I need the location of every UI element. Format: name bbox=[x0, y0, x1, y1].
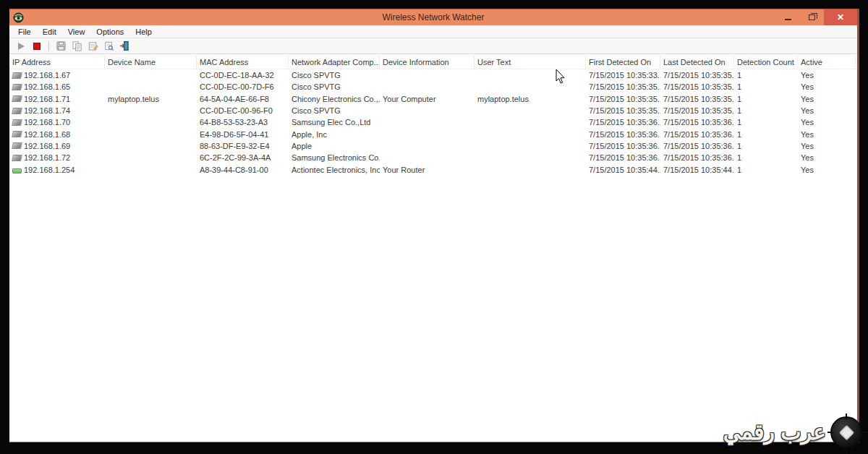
cell-info bbox=[380, 128, 475, 140]
cell-first: 7/15/2015 10:35:36... bbox=[586, 116, 660, 128]
cell-first: 7/15/2015 10:35:35... bbox=[586, 93, 660, 105]
cell-usertext bbox=[475, 69, 586, 81]
menu-item-help[interactable]: Help bbox=[129, 26, 158, 38]
cell-last: 7/15/2015 10:35:36... bbox=[660, 116, 734, 128]
table-row[interactable]: 192.168.1.65CC-0D-EC-00-7D-F6Cisco SPVTG… bbox=[9, 81, 857, 93]
exit-button[interactable] bbox=[118, 40, 131, 52]
restore-button[interactable] bbox=[800, 9, 824, 25]
table-row[interactable]: 192.168.1.74CC-0D-EC-00-96-F0Cisco SPVTG… bbox=[9, 105, 857, 116]
cell-info bbox=[380, 116, 475, 128]
cell-count: 1 bbox=[734, 128, 798, 140]
ip-text: 192.168.1.65 bbox=[24, 82, 70, 91]
cell-usertext bbox=[475, 116, 586, 128]
cell-active: Yes bbox=[798, 81, 856, 93]
cell-mac: 64-B8-53-53-23-A3 bbox=[197, 116, 289, 128]
network-device-icon bbox=[12, 108, 22, 114]
cell-mac: 6C-2F-2C-99-3A-4A bbox=[197, 152, 289, 163]
cell-count: 1 bbox=[734, 81, 798, 93]
menu-item-options[interactable]: Options bbox=[90, 26, 129, 38]
cell-usertext bbox=[475, 105, 586, 116]
menu-bar: FileEditViewOptionsHelp bbox=[9, 25, 857, 38]
table-row[interactable]: 192.168.1.726C-2F-2C-99-3A-4ASamsung Ele… bbox=[9, 152, 857, 163]
table-row[interactable]: 192.168.1.254A8-39-44-C8-91-00Actiontec … bbox=[9, 163, 857, 175]
watermark-text: عرب رقمي bbox=[723, 421, 826, 443]
cell-last: 7/15/2015 10:35:44... bbox=[660, 163, 734, 175]
cell-mac: CC-0D-EC-00-7D-F6 bbox=[197, 81, 289, 93]
menu-item-edit[interactable]: Edit bbox=[37, 26, 62, 38]
restore-icon bbox=[809, 14, 815, 20]
properties-button[interactable] bbox=[86, 40, 99, 52]
cell-ip: 192.168.1.72 bbox=[9, 152, 105, 163]
cell-usertext bbox=[475, 152, 586, 163]
cell-first: 7/15/2015 10:35:36... bbox=[586, 152, 660, 163]
menu-item-file[interactable]: File bbox=[12, 26, 37, 38]
cell-count: 1 bbox=[734, 105, 798, 116]
toolbar-separator bbox=[48, 41, 49, 51]
cell-ip: 192.168.1.67 bbox=[9, 69, 105, 81]
table-row[interactable]: 192.168.1.68E4-98-D6-5F-04-41Apple, Inc7… bbox=[9, 128, 857, 140]
ip-text: 192.168.1.69 bbox=[24, 142, 70, 150]
cell-name bbox=[105, 128, 197, 140]
column-header-active[interactable]: Active bbox=[798, 55, 856, 69]
cell-last: 7/15/2015 10:35:35... bbox=[660, 81, 734, 93]
cell-ip: 192.168.1.70 bbox=[9, 116, 105, 128]
column-header-name[interactable]: Device Name bbox=[105, 55, 197, 69]
cell-name: mylaptop.telus bbox=[105, 93, 197, 105]
cell-count: 1 bbox=[734, 163, 798, 175]
cell-adapter: Cisco SPVTG bbox=[289, 81, 380, 93]
cell-ip: 192.168.1.69 bbox=[9, 140, 105, 152]
list-header: IP AddressDevice NameMAC AddressNetwork … bbox=[9, 55, 857, 69]
column-header-info[interactable]: Device Information bbox=[380, 55, 475, 69]
cell-first: 7/15/2015 10:35:33... bbox=[586, 69, 660, 81]
play-button[interactable] bbox=[14, 40, 27, 52]
network-device-icon bbox=[12, 72, 22, 79]
column-header-usertext[interactable]: User Text bbox=[475, 55, 586, 69]
toolbar bbox=[9, 38, 857, 54]
network-device-icon bbox=[12, 84, 22, 90]
cell-active: Yes bbox=[798, 93, 856, 105]
cell-adapter: Cisco SPVTG bbox=[289, 105, 380, 116]
column-header-mac[interactable]: MAC Address bbox=[197, 55, 289, 69]
cell-info: Your Router bbox=[380, 163, 475, 175]
cell-name bbox=[105, 105, 197, 116]
table-row[interactable]: 192.168.1.7064-B8-53-53-23-A3Samsung Ele… bbox=[9, 116, 857, 128]
cell-info bbox=[380, 105, 475, 116]
cell-first: 7/15/2015 10:35:36... bbox=[586, 140, 660, 152]
ip-text: 192.168.1.74 bbox=[24, 106, 70, 115]
column-header-adapter[interactable]: Network Adapter Comp... bbox=[289, 55, 380, 69]
table-row[interactable]: 192.168.1.71mylaptop.telus64-5A-04-AE-66… bbox=[9, 93, 857, 105]
stop-button[interactable] bbox=[30, 40, 43, 52]
cell-mac: A8-39-44-C8-91-00 bbox=[197, 163, 289, 175]
cell-info bbox=[380, 81, 475, 93]
cell-name bbox=[105, 69, 197, 81]
close-button[interactable]: ✕ bbox=[824, 9, 857, 25]
menu-item-view[interactable]: View bbox=[62, 26, 91, 38]
cell-active: Yes bbox=[798, 69, 856, 81]
minimize-button[interactable] bbox=[776, 9, 800, 25]
column-header-ip[interactable]: IP Address bbox=[9, 55, 105, 69]
cell-active: Yes bbox=[798, 140, 856, 152]
column-header-count[interactable]: Detection Count bbox=[734, 55, 798, 69]
cell-adapter: Apple, Inc bbox=[289, 128, 380, 140]
minimize-icon bbox=[785, 19, 791, 20]
column-header-last[interactable]: Last Detected On bbox=[660, 55, 734, 69]
table-row[interactable]: 192.168.1.6988-63-DF-E9-32-E4Apple7/15/2… bbox=[9, 140, 857, 152]
cell-mac: E4-98-D6-5F-04-41 bbox=[197, 128, 289, 140]
column-header-first[interactable]: First Detected On bbox=[586, 55, 660, 69]
advanced-options-icon bbox=[103, 40, 114, 51]
advanced-options-button[interactable] bbox=[102, 40, 115, 52]
cell-usertext bbox=[475, 140, 586, 152]
table-row[interactable]: 192.168.1.67CC-0D-EC-18-AA-32Cisco SPVTG… bbox=[9, 69, 857, 81]
cell-usertext bbox=[475, 81, 586, 93]
cell-mac: CC-0D-EC-00-96-F0 bbox=[197, 105, 289, 116]
cell-name bbox=[105, 140, 197, 152]
save-button[interactable] bbox=[54, 40, 67, 52]
cell-first: 7/15/2015 10:35:44... bbox=[586, 163, 660, 175]
properties-icon bbox=[88, 40, 98, 51]
title-bar[interactable]: Wireless Network Watcher ✕ bbox=[9, 9, 857, 25]
cell-last: 7/15/2015 10:35:36... bbox=[660, 128, 734, 140]
cell-name bbox=[105, 116, 197, 128]
cell-ip: 192.168.1.254 bbox=[9, 163, 105, 175]
copy-button[interactable] bbox=[70, 40, 83, 52]
ip-text: 192.168.1.67 bbox=[24, 71, 70, 80]
